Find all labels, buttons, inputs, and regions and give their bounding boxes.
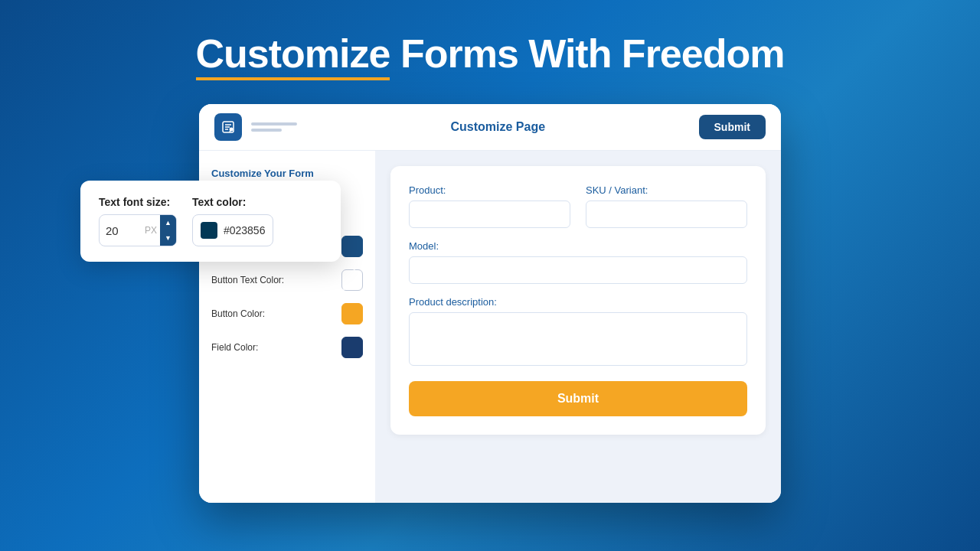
- tooltip-text-color-label: Text color:: [192, 196, 274, 208]
- hero-title: Customize Forms With Freedom: [196, 31, 785, 77]
- tooltip-color-hex: #023856: [224, 224, 266, 236]
- sidebar-background-color-swatch[interactable]: [341, 236, 363, 257]
- sidebar-field-color-row: Field Color:: [211, 337, 363, 358]
- header-lines: [251, 122, 297, 132]
- tooltip-stepper: ▲ ▼: [160, 215, 176, 246]
- form-area: Product: SKU / Variant: Model:: [375, 151, 781, 503]
- sidebar-button-color-swatch[interactable]: [341, 303, 363, 324]
- svg-marker-0: [306, 295, 314, 303]
- form-group-sku: SKU / Variant:: [586, 184, 747, 228]
- header-line-2: [251, 129, 282, 132]
- product-input[interactable]: [409, 201, 570, 228]
- dashed-arrow: [299, 257, 360, 303]
- tooltip-font-size-input[interactable]: PX ▲ ▼: [99, 214, 177, 246]
- app-icon: [214, 113, 242, 141]
- header-title: Customize Page: [450, 120, 545, 134]
- tooltip-font-size-label: Text font size:: [99, 196, 177, 208]
- model-input[interactable]: [409, 256, 747, 284]
- sidebar-button-color-label: Button Color:: [211, 308, 265, 319]
- header-line-1: [251, 122, 297, 126]
- form-row-model: Model:: [409, 240, 747, 284]
- tooltip-popup: Text font size: PX ▲ ▼ Text color: #0238…: [80, 181, 341, 262]
- form-group-model: Model:: [409, 240, 747, 284]
- header-left: [214, 113, 297, 141]
- tooltip-decrement-btn[interactable]: ▼: [160, 230, 176, 246]
- form-group-description: Product description:: [409, 296, 747, 366]
- form-submit-button[interactable]: Submit: [409, 381, 747, 416]
- svg-point-5: [230, 128, 234, 132]
- form-row-product-sku: Product: SKU / Variant:: [409, 184, 747, 228]
- app-window: Text font size: PX ▲ ▼ Text color: #0238…: [199, 104, 781, 503]
- sku-input[interactable]: [586, 201, 747, 228]
- sku-label: SKU / Variant:: [586, 184, 747, 196]
- tooltip-increment-btn[interactable]: ▲: [160, 215, 176, 230]
- sidebar-field-color-label: Field Color:: [211, 342, 258, 353]
- product-label: Product:: [409, 184, 570, 196]
- tooltip-font-size-value[interactable]: [100, 224, 142, 237]
- description-label: Product description:: [409, 296, 747, 308]
- sidebar-field-color-swatch[interactable]: [341, 337, 363, 358]
- hero-title-highlight: Customize: [196, 31, 390, 80]
- model-label: Model:: [409, 240, 747, 252]
- tooltip-px-label: PX: [142, 225, 160, 236]
- form-card: Product: SKU / Variant: Model:: [390, 166, 766, 435]
- sidebar-button-color-row: Button Color:: [211, 303, 363, 324]
- form-row-description: Product description:: [409, 296, 747, 366]
- tooltip-color-input[interactable]: #023856: [192, 214, 274, 246]
- tooltip-color-swatch[interactable]: [201, 222, 217, 239]
- description-input[interactable]: [409, 312, 747, 366]
- header-submit-button[interactable]: Submit: [699, 115, 766, 139]
- sidebar-button-text-color-label: Button Text Color:: [211, 275, 284, 285]
- form-group-product: Product:: [409, 184, 570, 228]
- app-header: Customize Page Submit: [199, 104, 781, 151]
